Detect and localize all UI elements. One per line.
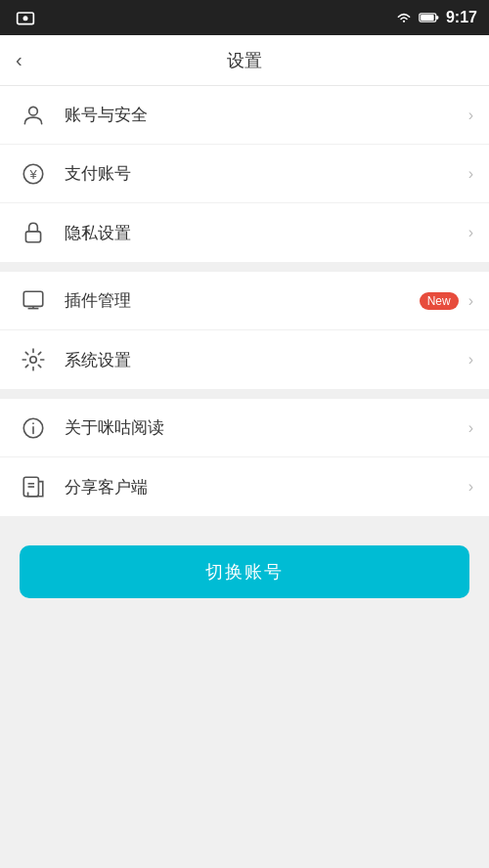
gear-icon — [16, 342, 51, 377]
plugin-label: 插件管理 — [65, 289, 420, 312]
system-label: 系统设置 — [65, 349, 465, 371]
svg-point-5 — [29, 107, 38, 115]
arrow-icon: › — [468, 419, 473, 437]
content: 账号与安全 › ¥ 支付账号 › 隐私设置 › — [0, 86, 489, 618]
svg-point-12 — [30, 357, 37, 364]
arrow-icon: › — [468, 292, 473, 310]
account-security-label: 账号与安全 — [65, 104, 465, 126]
svg-rect-4 — [421, 15, 434, 21]
svg-text:¥: ¥ — [28, 167, 37, 182]
new-badge: New — [420, 292, 459, 310]
wifi-icon — [395, 11, 413, 24]
status-icons: 9:17 — [395, 9, 477, 26]
back-button[interactable]: ‹ — [16, 49, 22, 71]
status-bar-left — [12, 10, 389, 25]
plugin-icon — [16, 283, 51, 319]
page-title: 设置 — [227, 49, 262, 72]
bottom-area: 切换账号 — [0, 526, 489, 618]
payment-label: 支付账号 — [65, 162, 465, 185]
arrow-icon: › — [468, 224, 473, 241]
info-icon — [16, 411, 51, 446]
menu-item-payment[interactable]: ¥ 支付账号 › — [0, 145, 489, 203]
menu-item-privacy[interactable]: 隐私设置 › — [0, 203, 489, 262]
status-bar: 9:17 — [0, 0, 489, 35]
svg-rect-9 — [23, 291, 43, 306]
lock-icon — [16, 215, 51, 250]
svg-point-1 — [23, 16, 28, 21]
switch-account-button[interactable]: 切换账号 — [20, 545, 469, 598]
arrow-icon: › — [468, 165, 473, 183]
share-label: 分享客户端 — [65, 476, 465, 499]
svg-rect-3 — [436, 16, 439, 19]
about-label: 关于咪咕阅读 — [65, 416, 465, 439]
user-icon — [16, 98, 51, 133]
menu-item-about[interactable]: 关于咪咕阅读 › — [0, 399, 489, 457]
svg-point-15 — [32, 422, 34, 424]
menu-item-share[interactable]: 分享客户端 › — [0, 457, 489, 516]
yen-icon: ¥ — [16, 156, 51, 192]
svg-rect-8 — [25, 232, 40, 242]
account-section: 账号与安全 › ¥ 支付账号 › 隐私设置 › — [0, 86, 489, 262]
arrow-icon: › — [468, 351, 473, 369]
status-time: 9:17 — [446, 9, 477, 26]
plugin-section: 插件管理 New › 系统设置 › — [0, 272, 489, 389]
about-section: 关于咪咕阅读 › 分享客户端 › — [0, 399, 489, 516]
photo-icon — [16, 10, 35, 25]
menu-item-system[interactable]: 系统设置 › — [0, 330, 489, 389]
battery-icon — [419, 12, 440, 23]
menu-item-account-security[interactable]: 账号与安全 › — [0, 86, 489, 145]
privacy-label: 隐私设置 — [65, 222, 465, 244]
menu-item-plugin[interactable]: 插件管理 New › — [0, 272, 489, 330]
share-icon — [16, 469, 51, 504]
arrow-icon: › — [468, 478, 473, 496]
arrow-icon: › — [468, 107, 473, 124]
header: ‹ 设置 — [0, 35, 489, 86]
